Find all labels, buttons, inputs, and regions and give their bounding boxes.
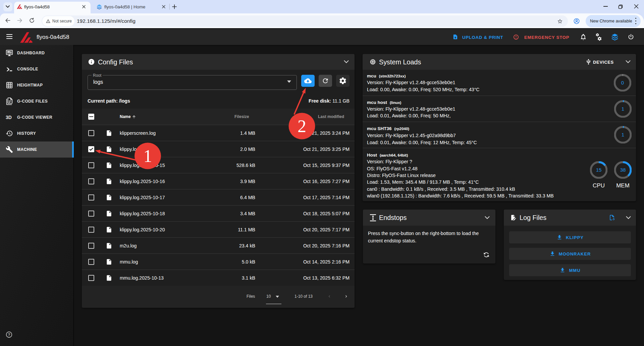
svg-text:15: 15 xyxy=(596,167,602,173)
svg-text:1: 1 xyxy=(622,106,624,112)
svg-text:38: 38 xyxy=(620,167,626,173)
svg-text:1: 1 xyxy=(622,132,624,137)
svg-text:?: ? xyxy=(8,333,10,337)
svg-text:0: 0 xyxy=(621,80,624,85)
